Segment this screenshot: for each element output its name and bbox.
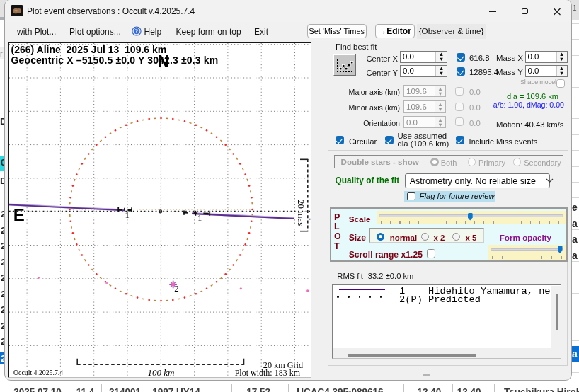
svg-text:(266) Aline 2025 Jul 13 109.: (266) Aline 2025 Jul 13 109.6 km	[11, 44, 167, 55]
svg-text:N: N	[158, 52, 170, 71]
svg-text:100 km: 100 km	[148, 367, 175, 378]
svg-text:Occult 4.2025.7.4: Occult 4.2025.7.4	[13, 369, 63, 376]
svg-text:E: E	[13, 205, 25, 224]
svg-text:Geocentric X –5150.5 ±0.0 Y 30: Geocentric X –5150.5 ±0.0 Y 3042.3 ±0.3 …	[11, 54, 219, 66]
svg-text:1: 1	[125, 209, 130, 220]
svg-text:1: 1	[197, 212, 202, 223]
svg-text:20 mas: 20 mas	[296, 200, 306, 226]
svg-text:?: ?	[135, 28, 139, 35]
svg-text:Plot width: 183 km: Plot width: 183 km	[235, 368, 301, 377]
